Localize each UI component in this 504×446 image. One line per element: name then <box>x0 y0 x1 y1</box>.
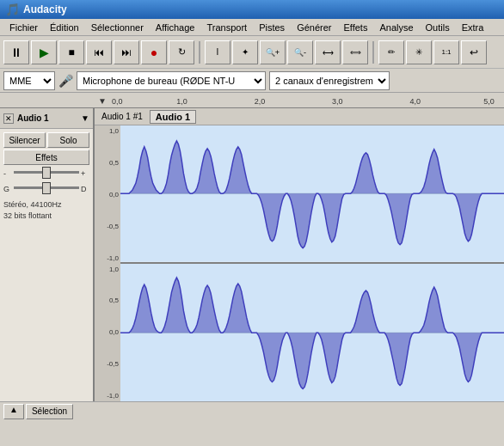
scroll-up-button[interactable]: ▲ <box>3 404 24 419</box>
ruler-tick-4: 4,0 <box>410 97 421 106</box>
bottom-left: ▲ Sélection <box>3 404 73 419</box>
play-button[interactable]: ▶ <box>31 40 57 64</box>
gain-plus-label: + <box>81 169 89 178</box>
mute-solo-row: Silencer Solo <box>3 132 89 148</box>
waveform-area[interactable]: Audio 1 #1 Audio 1 1,0 0,5 0,0 -0,5 -1,0 <box>95 108 504 401</box>
undo-button[interactable]: ↩ <box>461 40 487 64</box>
ruler-tick-0: 0,0 <box>112 97 123 106</box>
menu-affichage[interactable]: Affichage <box>150 21 201 34</box>
track-dropdown-icon[interactable]: ▼ <box>81 113 89 123</box>
skip-forward-button[interactable]: ⏭ <box>114 40 139 64</box>
gain-slider-row: - + <box>3 167 89 180</box>
main-area: ✕ Audio 1 ▼ Silencer Solo Effets - + <box>0 108 504 401</box>
waveform-channel1[interactable] <box>120 125 504 264</box>
skip-back-button[interactable]: ⏮ <box>86 40 112 64</box>
title-bar: 🎵 Audacity <box>0 0 504 19</box>
solo-button[interactable]: Solo <box>47 132 89 148</box>
y-label-1-bot: -1,0 <box>107 254 119 262</box>
menu-outils[interactable]: Outils <box>420 21 456 34</box>
waveform-svg-ch1 <box>120 125 504 262</box>
waveform-svg-ch2 <box>120 264 504 402</box>
y-label-1-zero: 0,0 <box>109 191 119 199</box>
pan-right-label: D <box>81 185 89 193</box>
menu-pistes[interactable]: Pistes <box>253 21 291 34</box>
y-label-1-top: 1,0 <box>109 127 119 135</box>
ruler: ▼ 0,0 1,0 2,0 3,0 4,0 5,0 <box>0 93 504 108</box>
waveform-canvas-area[interactable]: 1,0 0,5 0,0 -0,5 -1,0 <box>95 125 504 401</box>
channels-select[interactable]: 2 canaux d'enregistrement ( <box>269 71 390 90</box>
mute-button[interactable]: Silencer <box>3 132 46 148</box>
ruler-ticks: 0,0 1,0 2,0 3,0 4,0 5,0 <box>95 93 504 107</box>
pan-slider-track <box>14 186 79 189</box>
gain-slider-track <box>14 171 79 174</box>
menu-generer[interactable]: Générer <box>291 21 337 34</box>
stop-button[interactable]: ■ <box>58 40 84 64</box>
gain-slider-thumb[interactable] <box>42 167 51 179</box>
toolbar-separator <box>199 41 200 64</box>
fit-tracks-button[interactable]: ⟷ <box>315 40 341 64</box>
pan-slider-row: G D <box>3 182 89 196</box>
select-tool-button[interactable]: I <box>205 40 230 64</box>
toolbar-row: ⏸ ▶ ■ ⏮ ⏭ ● ↻ I ✦ 🔍+ 🔍- ⟷ ⟺ ✏ ✳ 1:1 ↩ <box>0 36 504 69</box>
menu-analyse[interactable]: Analyse <box>373 21 419 34</box>
pan-slider[interactable] <box>14 183 79 195</box>
ruler-tick-2: 2,0 <box>255 97 266 106</box>
waveform-label-box: Audio 1 <box>150 110 196 124</box>
y-label-2-top: 1,0 <box>109 266 119 273</box>
track-controls: Silencer Solo Effets - + G <box>0 129 93 226</box>
zoom-in-button[interactable]: 🔍+ <box>260 40 286 64</box>
track-name: Audio 1 <box>17 113 77 123</box>
ruler-tick-5: 5,0 <box>483 97 495 106</box>
ruler-tick-3: 3,0 <box>332 97 343 106</box>
track-bit-depth: 32 bits flottant <box>3 211 89 222</box>
ruler-tick-1: 1,0 <box>176 97 187 106</box>
zoom-normal-button[interactable]: 1:1 <box>433 40 459 64</box>
y-axis-bottom: 1,0 0,5 0,0 -0,5 -1,0 <box>95 264 120 402</box>
y-label-2-mid-bot: -0,5 <box>107 360 119 368</box>
loop-button[interactable]: ↻ <box>169 40 194 64</box>
gain-minus-label: - <box>3 169 12 178</box>
pan-slider-thumb[interactable] <box>42 182 51 194</box>
multi-tool-button[interactable]: ✳ <box>406 40 432 64</box>
track-header-label: Audio 1 #1 <box>101 112 143 121</box>
y-label-2-bot: -1,0 <box>107 392 119 400</box>
track-header: ✕ Audio 1 ▼ <box>0 108 93 129</box>
zoom-out-button[interactable]: 🔍- <box>287 40 313 64</box>
envelope-tool-button[interactable]: ✦ <box>232 40 258 64</box>
input-row: MME 🎤 Microphone de bureau (RØDE NT-U 2 … <box>0 69 504 93</box>
y-label-2-mid-top: 0,5 <box>109 296 119 304</box>
menu-fichier[interactable]: Fichier <box>3 21 44 34</box>
fit-project-button[interactable]: ⟺ <box>342 40 368 64</box>
menu-effets[interactable]: Effets <box>337 21 373 34</box>
waveform-header: Audio 1 #1 Audio 1 <box>95 108 504 125</box>
track-close-button[interactable]: ✕ <box>3 113 14 124</box>
pencil-tool-button[interactable]: ✏ <box>378 40 404 64</box>
app-title: Audacity <box>23 3 67 15</box>
y-label-1-mid-bot: -0,5 <box>107 223 119 230</box>
menu-transport[interactable]: Transport <box>200 21 253 34</box>
menu-bar: Fichier Édition Sélectionner Affichage T… <box>0 19 504 36</box>
y-label-2-zero: 0,0 <box>109 328 119 336</box>
bottom-bar: ▲ Sélection <box>0 401 504 420</box>
pause-button[interactable]: ⏸ <box>3 40 29 64</box>
toolbar-separator2 <box>372 41 374 64</box>
menu-selectionner[interactable]: Sélectionner <box>85 21 150 34</box>
track-sample-rate: Stéréo, 44100Hz <box>3 199 89 211</box>
selection-button[interactable]: Sélection <box>26 404 73 419</box>
pan-left-label: G <box>3 185 12 193</box>
app-icon: 🎵 <box>5 3 20 16</box>
menu-extra[interactable]: Extra <box>456 21 490 34</box>
track-panel: ✕ Audio 1 ▼ Silencer Solo Effets - + <box>0 108 95 401</box>
driver-select[interactable]: MME <box>3 71 55 90</box>
gain-slider[interactable] <box>14 168 79 180</box>
waveform-channel2[interactable] <box>120 264 504 402</box>
effects-button[interactable]: Effets <box>3 150 89 165</box>
y-axis-top: 1,0 0,5 0,0 -0,5 -1,0 <box>95 125 120 264</box>
y-label-1-mid-top: 0,5 <box>109 159 119 167</box>
mic-icon: 🎤 <box>58 74 73 88</box>
record-button[interactable]: ● <box>141 40 167 64</box>
menu-edition[interactable]: Édition <box>44 21 85 34</box>
track-info: Stéréo, 44100Hz 32 bits flottant <box>3 198 89 223</box>
microphone-select[interactable]: Microphone de bureau (RØDE NT-U <box>77 71 266 90</box>
